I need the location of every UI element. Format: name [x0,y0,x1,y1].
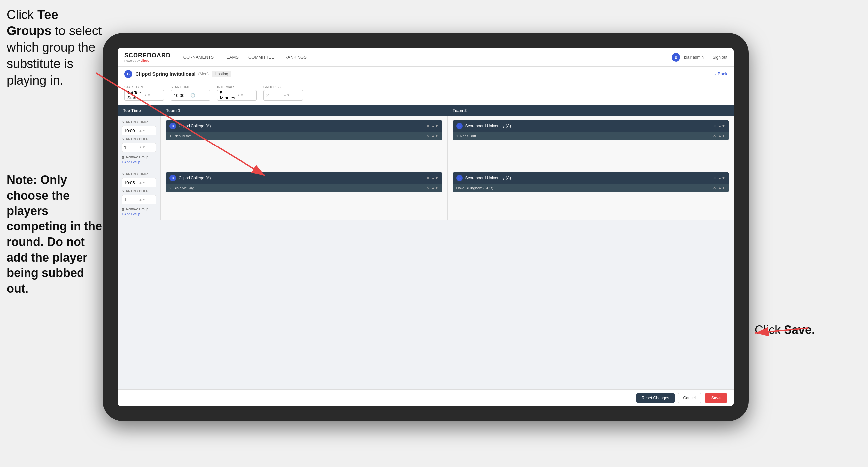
tournament-gender: (Men) [198,71,209,76]
player-controls-1-1-0: ✕ ▲▼ [426,134,439,138]
avatar: B [672,53,680,62]
player-close-2-2-0[interactable]: ✕ [713,185,716,190]
reset-changes-button[interactable]: Reset Changes [637,393,675,403]
club-badge-1-2: S [456,123,463,129]
card-controls-2-2: ✕ ▲▼ [713,176,725,180]
instruction-text: Click Tee Groups to select which group t… [7,7,103,88]
click-save-text: Click Save. [755,323,815,337]
add-group-button-1[interactable]: + Add Group [122,160,156,164]
card-close-1-2[interactable]: ✕ [713,124,716,128]
player-arrows-2-2-0[interactable]: ▲▼ [718,186,725,189]
table-area: Tee Time Team 1 Team 2 STARTING TIME: 10… [118,105,734,389]
nav-links: TOURNAMENTS TEAMS COMMITTEE RANKINGS [181,53,672,61]
player-arrows-2-1-0[interactable]: ▲▼ [431,186,439,189]
starting-time-value-2[interactable]: 10:05 ▲▼ [122,178,156,187]
time-stepper-2[interactable]: ▲▼ [139,181,154,184]
col-team1: Team 1 [161,105,447,116]
player-arrows-1-1-0[interactable]: ▲▼ [431,134,439,138]
navbar: SCOREBOARD Powered by clippd TOURNAMENTS… [118,48,734,67]
intervals-input[interactable]: 5 Minutes ▲▼ [217,90,257,101]
add-group-button-2[interactable]: + Add Group [122,212,156,216]
tee-time-cell-1: STARTING TIME: 10:00 ▲▼ STARTING HOLE: 1… [118,116,161,168]
card-close-1-1[interactable]: ✕ [426,124,429,128]
tablet-device: SCOREBOARD Powered by clippd TOURNAMENTS… [103,33,749,421]
logo-powered: Powered by clippd [124,59,170,62]
remove-group-button-1[interactable]: 🗑 Remove Group [122,155,156,159]
card-close-2-1[interactable]: ✕ [426,176,429,180]
player-card-2-2: S Scoreboard University (A) ✕ ▲▼ Dave Bi… [453,172,729,192]
tournament-name: Clippd Spring Invitational [135,71,196,77]
group-size-input[interactable]: 2 ▲▼ [264,90,303,101]
tee-group-row-1: STARTING TIME: 10:00 ▲▼ STARTING HOLE: 1… [118,116,734,168]
logo-area: SCOREBOARD Powered by clippd [124,52,170,62]
player-item-1-1-0: 1. Rich Butler ✕ ▲▼ [166,132,442,140]
start-time-label: Start Time [170,85,210,89]
club-name-2-2: Scoreboard University (A) [465,176,713,180]
footer-bar: Reset Changes Cancel Save [118,389,734,406]
team-cells-2: C Clippd College (A) ✕ ▲▼ 2. Blair McHar… [161,168,734,221]
sign-out-link[interactable]: Sign out [713,55,727,60]
starting-hole-label-1: STARTING HOLE: [122,137,156,141]
logo-scoreboard: SCOREBOARD [124,52,170,59]
time-stepper-1[interactable]: ▲▼ [139,129,154,132]
nav-teams[interactable]: TEAMS [224,53,239,61]
tee-group-row-2: STARTING TIME: 10:05 ▲▼ STARTING HOLE: 1… [118,168,734,221]
tablet-screen: SCOREBOARD Powered by clippd TOURNAMENTS… [118,48,734,406]
tournament-badge: B [124,70,132,78]
player-arrows-1-2-0[interactable]: ▲▼ [718,134,725,138]
remove-group-button-2[interactable]: 🗑 Remove Group [122,207,156,211]
card-controls-1-2: ✕ ▲▼ [713,124,725,128]
note-main: Note: Only choose the players competing … [7,173,102,295]
card-arrows-1-2[interactable]: ▲▼ [718,124,725,128]
card-close-2-2[interactable]: ✕ [713,176,716,180]
player-card-1-2: S Scoreboard University (A) ✕ ▲▼ 1. Rees… [453,120,729,140]
note-text: Note: Only choose the players competing … [7,172,103,296]
back-button[interactable]: ‹ Back [715,71,727,76]
player-close-1-1-0[interactable]: ✕ [426,134,429,138]
player-card-header-1-2: S Scoreboard University (A) ✕ ▲▼ [453,120,729,132]
starting-hole-value-2[interactable]: 1 ▲▼ [122,195,156,204]
nav-tournaments[interactable]: TOURNAMENTS [181,53,214,61]
club-name-2-1: Clippd College (A) [179,176,426,180]
player-card-1-1: C Clippd College (A) ✕ ▲▼ 1. Rich Butler [166,120,442,140]
card-arrows-1-1[interactable]: ▲▼ [431,124,439,128]
player-close-1-2-0[interactable]: ✕ [713,134,716,138]
team-cell-2-2: S Scoreboard University (A) ✕ ▲▼ Dave Bi… [447,168,734,221]
player-card-header-2-2: S Scoreboard University (A) ✕ ▲▼ [453,172,729,184]
player-item-2-2-0: Dave Billingham (SUB) ✕ ▲▼ [453,184,729,192]
team-cells-1: C Clippd College (A) ✕ ▲▼ 1. Rich Butler [161,116,734,168]
user-name: blair admin [684,55,704,60]
card-arrows-2-1[interactable]: ▲▼ [431,176,439,180]
card-arrows-2-2[interactable]: ▲▼ [718,176,725,180]
nav-separator: | [708,55,709,60]
tee-table: Tee Time Team 1 Team 2 [118,105,734,116]
starting-time-value-1[interactable]: 10:00 ▲▼ [122,126,156,135]
hole-stepper-2[interactable]: ▲▼ [139,198,154,201]
intervals-label: Intervals [217,85,257,89]
col-tee-time: Tee Time [118,105,161,116]
player-close-2-1-0[interactable]: ✕ [426,185,429,190]
starting-hole-value-1[interactable]: 1 ▲▼ [122,143,156,152]
nav-rankings[interactable]: RANKINGS [284,53,307,61]
player-card-header-1-1: C Clippd College (A) ✕ ▲▼ [166,120,442,132]
player-name-2-1-0: 2. Blair McHarg [169,186,426,190]
start-type-input[interactable]: 1st Tee Start ▲▼ [124,90,164,101]
group-size-label: Group Size [264,85,303,89]
save-button[interactable]: Save [705,393,727,403]
main-content: Start Type 1st Tee Start ▲▼ Start Time 1… [118,81,734,406]
starting-time-label-2: STARTING TIME: [122,172,156,176]
instruction-main: Click Tee Groups to select which group t… [7,8,102,87]
club-badge-1-1: C [169,123,176,129]
cancel-button[interactable]: Cancel [678,393,701,403]
sub-header: B Clippd Spring Invitational (Men) Hosti… [118,67,734,81]
player-item-2-1-0: 2. Blair McHarg ✕ ▲▼ [166,184,442,192]
intervals-group: Intervals 5 Minutes ▲▼ [217,85,257,101]
card-controls-1-1: ✕ ▲▼ [426,124,439,128]
nav-committee[interactable]: COMMITTEE [248,53,274,61]
tee-time-cell-2: STARTING TIME: 10:05 ▲▼ STARTING HOLE: 1… [118,168,161,221]
card-controls-2-1: ✕ ▲▼ [426,176,439,180]
start-time-input[interactable]: 10:00 🕐 [170,90,210,101]
group-actions-2: 🗑 Remove Group + Add Group [122,207,156,216]
group-actions-1: 🗑 Remove Group + Add Group [122,155,156,164]
hole-stepper-1[interactable]: ▲▼ [139,146,154,149]
